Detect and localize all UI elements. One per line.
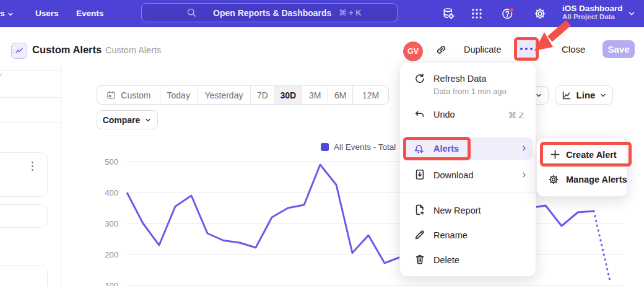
sidebar-card[interactable]	[0, 265, 48, 286]
calendar-icon	[106, 90, 116, 100]
menu-item-refresh-subtext: Data from 1 min ago	[433, 87, 507, 96]
menu-item-delete[interactable]: Delete	[433, 255, 459, 265]
sidebar-separator	[0, 122, 61, 123]
duplicate-button[interactable]: Duplicate	[464, 45, 501, 54]
date-range-option[interactable]: Custom	[97, 86, 160, 104]
line-chart-icon	[561, 90, 572, 101]
menu-item-undo[interactable]: Undo	[433, 110, 455, 119]
chevron-down-icon	[7, 11, 14, 18]
breadcrumb: Custom Alerts	[105, 45, 161, 55]
date-range-selector: Custom Today Yesterday 7D 30D 3M 6M 12M	[97, 85, 389, 105]
chevron-down-icon	[627, 9, 636, 18]
submenu-item-create-alert[interactable]: Create Alert	[566, 150, 617, 160]
date-range-option[interactable]: 12M	[353, 86, 388, 104]
legend-swatch	[321, 143, 329, 151]
nav-item-partial[interactable]: s	[0, 0, 5, 27]
help-icon[interactable]	[501, 7, 515, 20]
svg-text:100: 100	[105, 281, 118, 286]
copy-link-icon[interactable]	[435, 43, 448, 56]
chart-type-button[interactable]: Line	[555, 85, 613, 105]
plus-icon	[549, 149, 561, 160]
project-name: iOS Dashboard	[562, 4, 624, 13]
chart-legend[interactable]: All Events - Total	[321, 142, 396, 152]
sidebar-divider	[61, 64, 61, 286]
sidebar-card[interactable]	[0, 204, 48, 228]
global-search-input[interactable]: Open Reports & Dashboards ⌘ + K	[141, 3, 398, 22]
close-button[interactable]: Close	[562, 44, 585, 54]
date-range-option[interactable]: 3M	[302, 86, 328, 104]
rename-pencil-icon	[414, 228, 426, 241]
divider	[545, 42, 546, 57]
chevron-right-icon	[520, 144, 528, 152]
delete-trash-icon	[414, 253, 426, 266]
submenu-item-manage-alerts[interactable]: Manage Alerts	[566, 175, 627, 184]
chevron-right-icon	[520, 171, 528, 179]
svg-text:200: 200	[105, 250, 118, 259]
settings-gear-icon[interactable]	[533, 7, 547, 20]
date-range-option[interactable]: 6M	[328, 86, 353, 104]
apps-grid-icon[interactable]	[470, 7, 484, 20]
menu-item-new-report[interactable]: New Report	[433, 206, 481, 215]
chevron-down-icon	[599, 92, 607, 99]
date-range-option[interactable]: Yesterday	[198, 86, 251, 104]
project-scope: All Project Data	[562, 13, 624, 21]
save-button[interactable]: Save	[603, 40, 635, 58]
new-report-icon	[414, 204, 426, 216]
undo-shortcut: ⌘ Z	[489, 110, 524, 120]
gear-icon	[547, 173, 560, 186]
sidebar-card[interactable]	[0, 152, 48, 197]
report-icon	[11, 43, 27, 59]
search-icon	[186, 7, 197, 18]
chevron-down-icon	[144, 116, 152, 124]
svg-text:400: 400	[105, 188, 118, 197]
nav-item-events[interactable]: Events	[76, 0, 103, 27]
menu-divider	[399, 193, 536, 193]
menu-item-refresh-data[interactable]: Refresh Data	[433, 74, 486, 84]
refresh-icon	[414, 72, 426, 85]
menu-item-download[interactable]: Download	[433, 170, 474, 180]
search-shortcut: ⌘ + K	[339, 8, 361, 17]
page-title: Custom Alerts	[32, 44, 102, 56]
data-management-icon[interactable]	[442, 7, 455, 20]
legend-label: All Events - Total	[334, 142, 396, 152]
svg-text:500: 500	[105, 157, 118, 167]
date-range-option[interactable]: Today	[160, 86, 198, 104]
undo-icon	[414, 108, 426, 121]
more-options-button[interactable]	[517, 40, 536, 58]
alerts-submenu	[536, 137, 627, 197]
svg-text:300: 300	[105, 219, 118, 228]
project-switcher[interactable]: iOS Dashboard All Project Data	[562, 4, 624, 21]
search-placeholder: Open Reports & Dashboards	[213, 8, 331, 18]
download-icon	[414, 168, 426, 181]
top-navbar: s Users Events Open Reports & Dashboards…	[0, 0, 644, 27]
menu-item-alerts[interactable]: Alerts	[433, 144, 459, 154]
alerts-bell-icon	[412, 142, 425, 155]
avatar[interactable]: GV	[403, 41, 423, 61]
date-range-option[interactable]: 7D	[251, 86, 274, 104]
sidebar-separator	[0, 97, 61, 98]
card-kebab-menu-icon[interactable]	[32, 162, 33, 171]
sidebar-separator	[0, 70, 61, 71]
collapse-chevron-icon[interactable]	[0, 72, 6, 80]
compare-button[interactable]: Compare	[97, 110, 158, 129]
nav-item-users[interactable]: Users	[35, 0, 59, 27]
menu-item-rename[interactable]: Rename	[433, 230, 468, 240]
date-range-option[interactable]: 30D	[274, 86, 302, 104]
